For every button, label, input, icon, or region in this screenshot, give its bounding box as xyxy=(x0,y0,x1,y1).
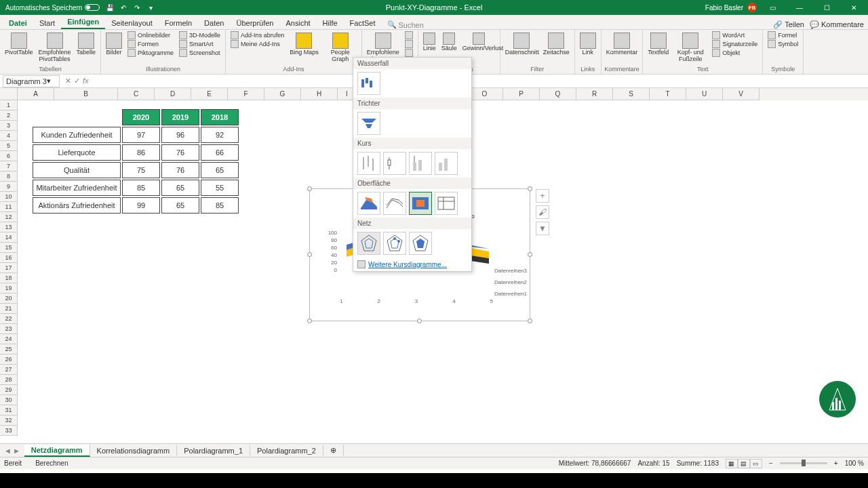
tab-insert[interactable]: Einfügen xyxy=(61,16,105,29)
more-charts-link[interactable]: Weitere Kursdiagramme... xyxy=(353,258,471,271)
online-pics-button[interactable]: Onlinebilder xyxy=(125,31,176,39)
tab-pagelayout[interactable]: Seitenlayout xyxy=(105,17,159,29)
close-icon[interactable]: ✕ xyxy=(842,0,865,15)
col-header[interactable]: Q xyxy=(540,88,576,100)
autosave-toggle[interactable] xyxy=(85,4,100,11)
row-header[interactable]: 12 xyxy=(0,212,18,222)
row-header[interactable]: 30 xyxy=(0,395,18,405)
zoom-level[interactable]: 100 % xyxy=(845,460,864,467)
chart-styles-button[interactable]: 🖌 xyxy=(536,205,549,219)
col-header[interactable]: R xyxy=(576,88,613,100)
radar-chart-3-icon[interactable] xyxy=(409,232,432,255)
radar-chart-2-icon[interactable] xyxy=(383,232,406,255)
shapes-button[interactable]: Formen xyxy=(125,40,176,48)
row-header[interactable]: 1 xyxy=(0,100,18,110)
get-addins-button[interactable]: Add-Ins abrufen xyxy=(229,31,286,39)
sparkline-line-button[interactable]: Linie xyxy=(421,31,438,54)
timeline-button[interactable]: Zeitachse xyxy=(541,31,572,58)
row-header[interactable]: 5 xyxy=(0,141,18,151)
sheet-tab-polar1[interactable]: Polardiagramm_1 xyxy=(177,445,250,456)
new-sheet-button[interactable]: ⊕ xyxy=(323,445,344,456)
sheet-tab-korrelation[interactable]: Korrelationsdiagramm xyxy=(90,445,178,456)
tab-file[interactable]: Datei xyxy=(3,17,33,29)
formula-input[interactable] xyxy=(89,75,868,87)
col-header[interactable]: D xyxy=(155,88,191,100)
stock-chart-1-icon[interactable] xyxy=(357,152,380,175)
link-button[interactable]: Link xyxy=(578,31,598,58)
minimize-icon[interactable]: — xyxy=(788,0,811,15)
col-header[interactable]: G xyxy=(264,88,301,100)
col-header[interactable]: O xyxy=(467,88,503,100)
cancel-icon[interactable]: ✕ xyxy=(65,77,71,85)
maximize-icon[interactable]: ☐ xyxy=(815,0,838,15)
pictures-button[interactable]: Bilder xyxy=(104,31,124,58)
row-header[interactable]: 8 xyxy=(0,171,18,182)
row-header[interactable]: 25 xyxy=(0,344,18,354)
surface-chart-1-icon[interactable] xyxy=(357,192,380,215)
row-header[interactable]: 33 xyxy=(0,426,18,436)
row-header[interactable]: 10 xyxy=(0,192,18,202)
fx-icon[interactable]: fx xyxy=(83,77,89,85)
row-header[interactable]: 19 xyxy=(0,283,18,293)
chart-type-1[interactable] xyxy=(403,31,415,39)
chart-type-3[interactable] xyxy=(403,49,415,57)
col-header[interactable]: S xyxy=(613,88,650,100)
col-header[interactable]: V xyxy=(723,88,760,100)
recommended-pivot-button[interactable]: Empfohlene PivotTables xyxy=(37,31,73,64)
slicer-button[interactable]: Datenschnitt xyxy=(503,31,540,58)
row-header[interactable]: 17 xyxy=(0,263,18,273)
tab-factset[interactable]: FactSet xyxy=(344,17,382,29)
search-box[interactable]: 🔍 Suchen xyxy=(387,20,424,29)
col-header[interactable]: H xyxy=(301,88,338,100)
qat-dropdown-icon[interactable]: ▾ xyxy=(146,3,155,12)
ribbon-options-icon[interactable]: ▭ xyxy=(761,0,784,15)
radar-chart-1-icon[interactable] xyxy=(357,232,380,255)
zoom-in-button[interactable]: + xyxy=(834,460,838,467)
zoom-slider[interactable] xyxy=(780,462,827,464)
waterfall-chart-icon[interactable] xyxy=(357,72,380,95)
object-button[interactable]: Objekt xyxy=(710,49,760,57)
row-header[interactable]: 22 xyxy=(0,314,18,324)
share-button[interactable]: 🔗 Teilen xyxy=(773,20,804,29)
row-header[interactable]: 24 xyxy=(0,334,18,344)
row-header[interactable]: 16 xyxy=(0,253,18,263)
chart-filter-button[interactable]: ▼ xyxy=(536,222,549,235)
row-header[interactable]: 31 xyxy=(0,405,18,415)
wordart-button[interactable]: WordArt xyxy=(710,31,760,39)
enter-icon[interactable]: ✓ xyxy=(74,77,80,85)
chart-type-2[interactable] xyxy=(403,40,415,48)
stock-chart-4-icon[interactable] xyxy=(435,152,458,175)
funnel-chart-icon[interactable] xyxy=(357,112,380,135)
redo-icon[interactable]: ↷ xyxy=(132,3,142,12)
surface-chart-3-icon[interactable] xyxy=(409,192,432,215)
row-header[interactable]: 29 xyxy=(0,385,18,395)
col-header[interactable]: C xyxy=(118,88,155,100)
row-header[interactable]: 20 xyxy=(0,293,18,304)
row-header[interactable]: 26 xyxy=(0,354,18,365)
row-header[interactable]: 13 xyxy=(0,222,18,232)
pictograms-button[interactable]: Piktogramme xyxy=(125,49,176,57)
signature-button[interactable]: Signaturzeile xyxy=(710,40,760,48)
stock-chart-3-icon[interactable] xyxy=(409,152,432,175)
col-header[interactable]: F xyxy=(228,88,264,100)
smartart-button[interactable]: SmartArt xyxy=(177,40,222,48)
tab-formulas[interactable]: Formeln xyxy=(159,17,198,29)
pivottable-button[interactable]: PivotTable xyxy=(3,31,35,58)
col-header[interactable]: T xyxy=(650,88,686,100)
textbox-button[interactable]: Textfeld xyxy=(646,31,671,58)
symbol-button[interactable]: Symbol xyxy=(766,40,800,48)
row-header[interactable]: 21 xyxy=(0,304,18,314)
row-header[interactable]: 3 xyxy=(0,121,18,131)
table-button[interactable]: Tabelle xyxy=(75,31,98,58)
col-header[interactable]: A xyxy=(18,88,54,100)
my-addins-button[interactable]: Meine Add-Ins xyxy=(229,40,286,48)
undo-icon[interactable]: ↶ xyxy=(119,3,128,12)
screenshot-button[interactable]: Screenshot xyxy=(177,49,222,57)
col-header[interactable]: E xyxy=(191,88,228,100)
surface-chart-2-icon[interactable] xyxy=(383,192,406,215)
chart-elements-button[interactable]: + xyxy=(536,189,549,203)
select-all-corner[interactable] xyxy=(0,88,18,100)
row-header[interactable]: 11 xyxy=(0,202,18,212)
row-header[interactable]: 7 xyxy=(0,161,18,171)
tab-start[interactable]: Start xyxy=(33,17,61,29)
